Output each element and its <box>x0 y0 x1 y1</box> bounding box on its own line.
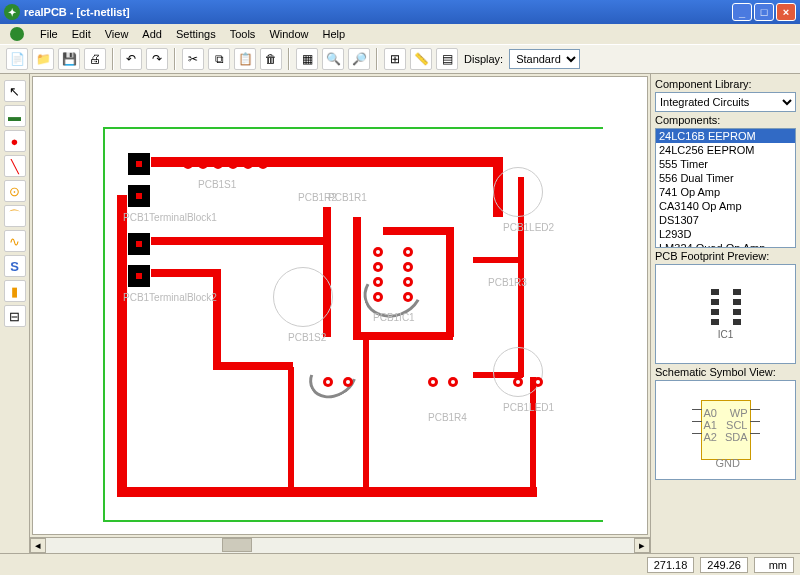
curve-tool[interactable]: ∿ <box>4 230 26 252</box>
comp-label: PCB1LED2 <box>503 222 554 233</box>
pad-tool[interactable]: ● <box>4 130 26 152</box>
trace <box>473 257 523 263</box>
comp-label: PCB1S2 <box>288 332 326 343</box>
menu-view[interactable]: View <box>99 26 135 42</box>
list-item[interactable]: LM324 Quad Op Amp <box>656 241 795 248</box>
list-item[interactable]: 555 Timer <box>656 157 795 171</box>
footprint-preview: IC1 <box>655 264 796 364</box>
list-item[interactable]: 24LC16B EEPROM <box>656 129 795 143</box>
comp-label: PCB1TerminalBlock1 <box>123 212 217 223</box>
fill-tool[interactable]: ▮ <box>4 280 26 302</box>
list-item[interactable]: 24LC256 EEPROM <box>656 143 795 157</box>
pad <box>403 247 413 257</box>
layers-button[interactable]: ▤ <box>436 48 458 70</box>
zoom-out-button[interactable]: 🔎 <box>348 48 370 70</box>
horizontal-scrollbar[interactable]: ◂ ▸ <box>30 537 650 553</box>
component-tool[interactable]: ▬ <box>4 105 26 127</box>
copy-button[interactable]: ⧉ <box>208 48 230 70</box>
statusbar: 271.18 249.26 mm <box>0 553 800 575</box>
list-item[interactable]: 741 Op Amp <box>656 185 795 199</box>
status-unit: mm <box>754 557 794 573</box>
via-tool[interactable]: ⊙ <box>4 180 26 202</box>
text-tool[interactable]: S <box>4 255 26 277</box>
trace <box>151 237 331 245</box>
maximize-button[interactable]: □ <box>754 3 774 21</box>
trace <box>446 227 454 337</box>
trace <box>363 337 369 492</box>
pad <box>403 262 413 272</box>
scroll-left-button[interactable]: ◂ <box>30 538 46 553</box>
display-select[interactable]: Standard <box>509 49 580 69</box>
pad <box>373 277 383 287</box>
scroll-right-button[interactable]: ▸ <box>634 538 650 553</box>
library-select[interactable]: Integrated Circuits <box>655 92 796 112</box>
switch-outline <box>273 267 333 327</box>
menu-settings[interactable]: Settings <box>170 26 222 42</box>
redo-button[interactable]: ↷ <box>146 48 168 70</box>
trace <box>151 269 221 277</box>
comp-label: PCB1R3 <box>488 277 527 288</box>
scroll-thumb[interactable] <box>222 538 252 552</box>
delete-button[interactable]: 🗑 <box>260 48 282 70</box>
preview-ic-name: IC1 <box>718 329 734 340</box>
menu-window[interactable]: Window <box>263 26 314 42</box>
led-outline <box>493 347 543 397</box>
titlebar: ✦ realPCB - [ct-netlist] _ □ × <box>0 0 800 24</box>
trace <box>213 269 221 369</box>
library-label: Component Library: <box>655 78 796 90</box>
trace <box>353 217 361 337</box>
menu-help[interactable]: Help <box>317 26 352 42</box>
symview-label: Schematic Symbol View: <box>655 366 796 378</box>
menu-add[interactable]: Add <box>136 26 168 42</box>
pad <box>403 277 413 287</box>
undo-button[interactable]: ↶ <box>120 48 142 70</box>
led-outline <box>493 167 543 217</box>
pad <box>533 377 543 387</box>
left-toolbox: ↖ ▬ ● ╲ ⊙ ⌒ ∿ S ▮ ⊟ <box>0 74 30 553</box>
ic-tool[interactable]: ⊟ <box>4 305 26 327</box>
pad <box>403 292 413 302</box>
zoom-in-button[interactable]: 🔍 <box>322 48 344 70</box>
canvas-area[interactable]: PCB1S1 PCB1TerminalBlock1 PCB1TerminalBl… <box>32 76 648 535</box>
pad <box>373 262 383 272</box>
arc-tool[interactable]: ⌒ <box>4 205 26 227</box>
trace <box>213 362 293 370</box>
print-button[interactable]: 🖨 <box>84 48 106 70</box>
snap-button[interactable]: ⊞ <box>384 48 406 70</box>
list-item[interactable]: 556 Dual Timer <box>656 171 795 185</box>
close-button[interactable]: × <box>776 3 796 21</box>
pad <box>513 377 523 387</box>
status-y: 249.26 <box>700 557 748 573</box>
cut-button[interactable]: ✂ <box>182 48 204 70</box>
track-tool[interactable]: ╲ <box>4 155 26 177</box>
pad <box>373 247 383 257</box>
toolbar: 📄 📁 💾 🖨 ↶ ↷ ✂ ⧉ 📋 🗑 ▦ 🔍 🔎 ⊞ 📏 ▤ Display:… <box>0 44 800 74</box>
paste-button[interactable]: 📋 <box>234 48 256 70</box>
terminal-pad <box>128 265 150 287</box>
terminal-pad <box>128 233 150 255</box>
menu-edit[interactable]: Edit <box>66 26 97 42</box>
display-label: Display: <box>464 53 503 65</box>
select-tool[interactable]: ↖ <box>4 80 26 102</box>
trace <box>288 367 294 492</box>
grid-button[interactable]: ▦ <box>296 48 318 70</box>
components-list[interactable]: 24LC16B EEPROM24LC256 EEPROM555 Timer556… <box>655 128 796 248</box>
comp-label: PCB1R4 <box>428 412 467 423</box>
trace <box>151 157 501 167</box>
list-item[interactable]: CA3140 Op Amp <box>656 199 795 213</box>
save-button[interactable]: 💾 <box>58 48 80 70</box>
list-item[interactable]: DS1307 <box>656 213 795 227</box>
menu-tools[interactable]: Tools <box>224 26 262 42</box>
schematic-symbol-view: A0 A1 A2 WP SCL SDA GND <box>655 380 796 480</box>
comp-label: PCB1LED1 <box>503 402 554 413</box>
measure-button[interactable]: 📏 <box>410 48 432 70</box>
pad <box>448 377 458 387</box>
open-button[interactable]: 📁 <box>32 48 54 70</box>
menu-app-icon[interactable] <box>4 25 32 43</box>
terminal-pad <box>128 153 150 175</box>
list-item[interactable]: L293D <box>656 227 795 241</box>
menu-file[interactable]: File <box>34 26 64 42</box>
minimize-button[interactable]: _ <box>732 3 752 21</box>
window-title: realPCB - [ct-netlist] <box>24 6 732 18</box>
new-button[interactable]: 📄 <box>6 48 28 70</box>
